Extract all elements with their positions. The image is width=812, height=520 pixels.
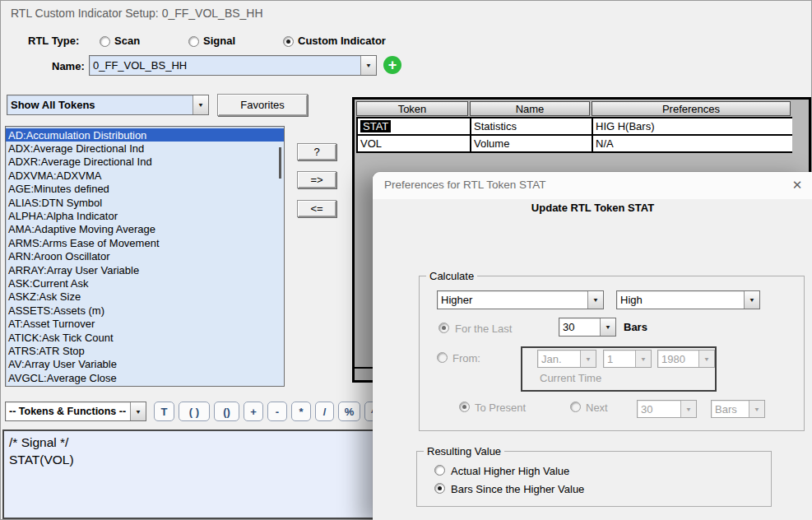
- dialog-titlebar: Preferences for RTL Token STAT ✕: [373, 172, 812, 199]
- bars-unit-label: Bars: [624, 321, 647, 333]
- list-item[interactable]: ALPHA:Alpha Indicator: [6, 209, 284, 222]
- dialog-title: Preferences for RTL Token STAT: [384, 179, 546, 191]
- window-titlebar: RTL Custom Indicator Setup: 0_FF_VOL_BS_…: [1, 1, 812, 26]
- for-the-last-radio[interactable]: [438, 323, 449, 333]
- year-combobox[interactable]: 1980: [657, 350, 715, 368]
- rtl-type-signal-radio[interactable]: [188, 36, 199, 47]
- list-item[interactable]: ASK:Current Ask: [6, 276, 284, 290]
- rtl-type-custom-indicator-label[interactable]: Custom Indicator: [298, 35, 386, 47]
- chevron-down-icon[interactable]: [360, 56, 376, 75]
- operator-button[interactable]: +: [244, 402, 263, 421]
- bars-since-higher-radio[interactable]: [434, 483, 445, 494]
- next-count-combobox[interactable]: 30: [637, 400, 697, 418]
- cell-name[interactable]: Volume: [471, 136, 592, 151]
- token-table-header: Token Name Preferences: [356, 101, 809, 116]
- operator-button[interactable]: (): [214, 402, 239, 421]
- next-count-value: 30: [638, 401, 680, 417]
- operation-combobox[interactable]: Higher: [437, 290, 604, 309]
- actual-higher-high-radio[interactable]: [434, 465, 445, 476]
- selected-token-chip: STAT: [360, 120, 391, 132]
- day-combobox[interactable]: 1: [603, 350, 652, 368]
- list-item[interactable]: ATRS:ATR Stop: [6, 344, 284, 357]
- token-filter-combobox[interactable]: Show All Tokens: [7, 95, 209, 115]
- list-item[interactable]: AVGCL:Average Close: [6, 371, 284, 384]
- chevron-down-icon[interactable]: [130, 402, 146, 420]
- operator-button[interactable]: %: [338, 402, 360, 421]
- close-icon[interactable]: ✕: [789, 177, 805, 193]
- list-item[interactable]: ASSETS:Assets (m): [6, 304, 284, 317]
- rtl-type-custom-indicator-radio[interactable]: [283, 36, 294, 47]
- chevron-down-icon[interactable]: [587, 291, 603, 309]
- list-item[interactable]: AV:Array User Variable: [6, 358, 284, 371]
- operator-button[interactable]: ( ): [179, 402, 210, 421]
- add-token-button[interactable]: =>: [297, 171, 336, 188]
- code-editor[interactable]: /* Signal */STAT(VOL): [2, 429, 375, 519]
- name-value: 0_FF_VOL_BS_HH: [90, 56, 360, 75]
- chevron-down-icon[interactable]: [744, 291, 759, 309]
- rtl-type-scan-radio[interactable]: [100, 36, 110, 47]
- list-item[interactable]: ATICK:Ask Tick Count: [6, 331, 284, 344]
- window-title: RTL Custom Indicator Setup: 0_FF_VOL_BS_…: [11, 7, 263, 20]
- list-item[interactable]: ARN:Aroon Oscillator: [6, 250, 284, 263]
- next-label: Next: [586, 402, 608, 414]
- list-item[interactable]: ADXVMA:ADXVMA: [6, 169, 284, 182]
- bars-count-combobox[interactable]: 30: [559, 318, 616, 337]
- chevron-down-icon: [635, 351, 651, 367]
- to-present-radio[interactable]: [459, 402, 470, 412]
- list-item[interactable]: ARMS:Arms Ease of Movement: [6, 236, 284, 249]
- operator-button[interactable]: /: [315, 402, 334, 421]
- next-unit-value: Bars: [712, 401, 749, 417]
- to-present-label: To Present: [475, 402, 526, 414]
- operator-button[interactable]: *: [291, 402, 311, 421]
- code-line: /* Signal */: [9, 434, 370, 451]
- list-item[interactable]: ARRAY:Array User Variable: [6, 263, 284, 276]
- list-item[interactable]: ALIAS:DTN Symbol: [6, 196, 284, 209]
- remove-token-button[interactable]: <=: [297, 200, 336, 217]
- chevron-down-icon: [680, 401, 696, 417]
- table-row[interactable]: STATStatisticsHIG H(Bars): [356, 117, 792, 136]
- actual-higher-high-label: Actual Higher High Value: [451, 465, 569, 477]
- list-item[interactable]: ADX:Average Directional Ind: [6, 142, 284, 155]
- functions-combobox[interactable]: -- Tokens & Functions --: [5, 402, 146, 421]
- code-line: STAT(VOL): [9, 451, 370, 468]
- from-label: From:: [452, 352, 480, 364]
- list-item[interactable]: ASKZ:Ask Size: [6, 290, 284, 304]
- token-list[interactable]: AD:Accumulation DistributionADX:Average …: [5, 126, 285, 387]
- list-item[interactable]: AD:Accumulation Distribution: [6, 128, 284, 142]
- field-combobox[interactable]: High: [616, 290, 760, 309]
- next-unit-combobox[interactable]: Bars: [711, 400, 765, 418]
- favorites-button[interactable]: Favorites: [217, 94, 308, 116]
- name-combobox[interactable]: 0_FF_VOL_BS_HH: [89, 55, 377, 76]
- operator-button[interactable]: -: [267, 402, 287, 421]
- list-item[interactable]: AMA:Adaptive Moving Average: [6, 223, 284, 236]
- rtl-type-label: RTL Type:: [28, 35, 79, 47]
- column-header-preferences[interactable]: Preferences: [592, 101, 791, 116]
- cell-preferences[interactable]: HIG H(Bars): [593, 118, 792, 134]
- from-radio[interactable]: [437, 352, 448, 363]
- list-item[interactable]: AGE:Minutes defined: [6, 183, 284, 196]
- table-row[interactable]: VOLVolumeN/A: [356, 134, 792, 153]
- chevron-down-icon[interactable]: [193, 95, 208, 114]
- operator-button[interactable]: T: [154, 402, 174, 421]
- rtl-type-signal-label[interactable]: Signal: [203, 35, 235, 47]
- column-header-token[interactable]: Token: [356, 101, 468, 116]
- calculate-legend: Calculate: [426, 270, 477, 282]
- cell-token[interactable]: VOL: [358, 136, 470, 151]
- list-item[interactable]: AT:Asset Turnover: [6, 317, 284, 330]
- cell-name[interactable]: Statistics: [471, 118, 592, 134]
- help-button[interactable]: ?: [297, 143, 336, 160]
- chevron-down-icon: [749, 401, 764, 417]
- column-header-name[interactable]: Name: [470, 101, 590, 116]
- token-table-rows: STATStatisticsHIG H(Bars)VOLVolumeN/A: [355, 117, 809, 153]
- add-indicator-icon[interactable]: +: [383, 56, 401, 74]
- list-item[interactable]: ADXR:Average Directional Ind: [6, 156, 284, 169]
- rtl-type-scan-label[interactable]: Scan: [114, 35, 140, 47]
- token-list-scrollbar[interactable]: [279, 147, 281, 179]
- cell-token[interactable]: STAT: [358, 118, 470, 134]
- month-value: Jan.: [538, 351, 580, 367]
- cell-preferences[interactable]: N/A: [593, 136, 792, 151]
- month-combobox[interactable]: Jan.: [537, 350, 596, 368]
- for-the-last-label: For the Last: [455, 323, 512, 335]
- chevron-down-icon[interactable]: [600, 318, 615, 336]
- next-radio[interactable]: [570, 402, 581, 412]
